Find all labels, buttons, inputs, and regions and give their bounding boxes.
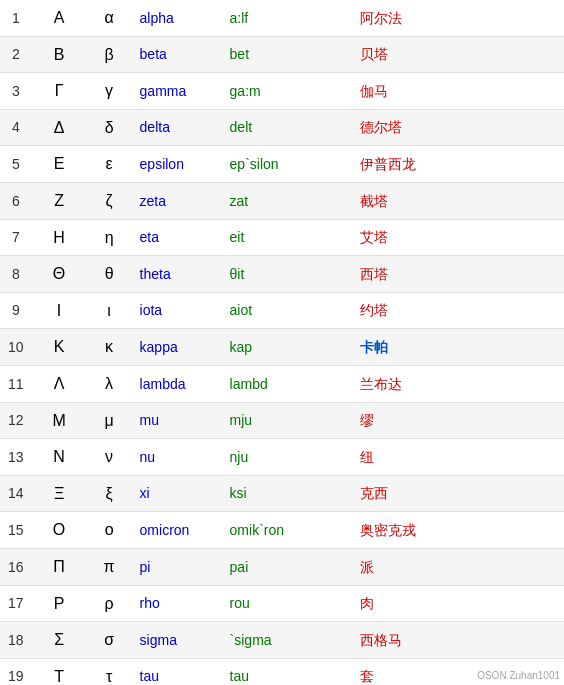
greek-name: sigma bbox=[132, 622, 222, 659]
greek-name: iota bbox=[132, 292, 222, 329]
lower-case-letter: ι bbox=[87, 292, 132, 329]
greek-name: pi bbox=[132, 548, 222, 585]
greek-name: theta bbox=[132, 256, 222, 293]
phonetic: omik`ron bbox=[222, 512, 352, 549]
lower-case-letter: τ bbox=[87, 658, 132, 685]
chinese-name: 兰布达 bbox=[352, 365, 564, 402]
lower-case-letter: α bbox=[87, 0, 132, 36]
lower-case-letter: γ bbox=[87, 73, 132, 110]
table-row: 15Οοomicronomik`ron奥密克戎 bbox=[0, 512, 564, 549]
phonetic: tau bbox=[222, 658, 352, 685]
phonetic: zat bbox=[222, 182, 352, 219]
upper-case-letter: Σ bbox=[32, 622, 87, 659]
row-number: 14 bbox=[0, 475, 32, 512]
lower-case-letter: ζ bbox=[87, 182, 132, 219]
upper-case-letter: Θ bbox=[32, 256, 87, 293]
phonetic: ga:m bbox=[222, 73, 352, 110]
row-number: 11 bbox=[0, 365, 32, 402]
row-number: 17 bbox=[0, 585, 32, 622]
chinese-name: 贝塔 bbox=[352, 36, 564, 73]
table-row: 9Ιιiotaaiot约塔 bbox=[0, 292, 564, 329]
upper-case-letter: Η bbox=[32, 219, 87, 256]
phonetic: ksi bbox=[222, 475, 352, 512]
greek-name: zeta bbox=[132, 182, 222, 219]
phonetic: ep`silon bbox=[222, 146, 352, 183]
chinese-name: 伽马 bbox=[352, 73, 564, 110]
phonetic: a:lf bbox=[222, 0, 352, 36]
table-row: 7Ηηetaeit艾塔 bbox=[0, 219, 564, 256]
table-row: 8Θθthetaθit西塔 bbox=[0, 256, 564, 293]
phonetic: θit bbox=[222, 256, 352, 293]
phonetic: aiot bbox=[222, 292, 352, 329]
upper-case-letter: Ι bbox=[32, 292, 87, 329]
chinese-name: 纽 bbox=[352, 439, 564, 476]
chinese-name: 德尔塔 bbox=[352, 109, 564, 146]
chinese-name: 截塔 bbox=[352, 182, 564, 219]
row-number: 1 bbox=[0, 0, 32, 36]
greek-name: omicron bbox=[132, 512, 222, 549]
row-number: 10 bbox=[0, 329, 32, 366]
greek-name: delta bbox=[132, 109, 222, 146]
greek-alphabet-table: 1Ααalphaa:lf阿尔法2Ββbetabet贝塔3Γγgammaga:m伽… bbox=[0, 0, 564, 685]
table-row: 1Ααalphaa:lf阿尔法 bbox=[0, 0, 564, 36]
upper-case-letter: Π bbox=[32, 548, 87, 585]
upper-case-letter: Ρ bbox=[32, 585, 87, 622]
lower-case-letter: ξ bbox=[87, 475, 132, 512]
upper-case-letter: Μ bbox=[32, 402, 87, 439]
chinese-name: 肉 bbox=[352, 585, 564, 622]
lower-case-letter: ε bbox=[87, 146, 132, 183]
greek-name: gamma bbox=[132, 73, 222, 110]
upper-case-letter: Ν bbox=[32, 439, 87, 476]
greek-name: lambda bbox=[132, 365, 222, 402]
phonetic: rou bbox=[222, 585, 352, 622]
row-number: 12 bbox=[0, 402, 32, 439]
chinese-name: 缪 bbox=[352, 402, 564, 439]
lower-case-letter: κ bbox=[87, 329, 132, 366]
phonetic: lambd bbox=[222, 365, 352, 402]
table-row: 11Λλlambdalambd兰布达 bbox=[0, 365, 564, 402]
lower-case-letter: π bbox=[87, 548, 132, 585]
table-row: 4Δδdeltadelt德尔塔 bbox=[0, 109, 564, 146]
row-number: 4 bbox=[0, 109, 32, 146]
greek-name: epsilon bbox=[132, 146, 222, 183]
row-number: 9 bbox=[0, 292, 32, 329]
row-number: 13 bbox=[0, 439, 32, 476]
lower-case-letter: σ bbox=[87, 622, 132, 659]
greek-name: alpha bbox=[132, 0, 222, 36]
table-row: 17Ρρrhorou肉 bbox=[0, 585, 564, 622]
row-number: 6 bbox=[0, 182, 32, 219]
greek-name: xi bbox=[132, 475, 222, 512]
row-number: 16 bbox=[0, 548, 32, 585]
lower-case-letter: ρ bbox=[87, 585, 132, 622]
upper-case-letter: Β bbox=[32, 36, 87, 73]
lower-case-letter: ο bbox=[87, 512, 132, 549]
row-number: 5 bbox=[0, 146, 32, 183]
upper-case-letter: Ξ bbox=[32, 475, 87, 512]
upper-case-letter: Κ bbox=[32, 329, 87, 366]
greek-name: tau bbox=[132, 658, 222, 685]
upper-case-letter: Δ bbox=[32, 109, 87, 146]
phonetic: kap bbox=[222, 329, 352, 366]
greek-name: mu bbox=[132, 402, 222, 439]
phonetic: pai bbox=[222, 548, 352, 585]
phonetic: eit bbox=[222, 219, 352, 256]
row-number: 8 bbox=[0, 256, 32, 293]
row-number: 19 bbox=[0, 658, 32, 685]
chinese-name: 西塔 bbox=[352, 256, 564, 293]
row-number: 18 bbox=[0, 622, 32, 659]
table-row: 12Μμmumju缪 bbox=[0, 402, 564, 439]
lower-case-letter: λ bbox=[87, 365, 132, 402]
table-row: 13Ννnunju纽 bbox=[0, 439, 564, 476]
phonetic: delt bbox=[222, 109, 352, 146]
row-number: 7 bbox=[0, 219, 32, 256]
upper-case-letter: Τ bbox=[32, 658, 87, 685]
phonetic: bet bbox=[222, 36, 352, 73]
table-row: 10Κκkappakap卡帕 bbox=[0, 329, 564, 366]
phonetic: mju bbox=[222, 402, 352, 439]
chinese-name: 阿尔法 bbox=[352, 0, 564, 36]
chinese-name: 约塔 bbox=[352, 292, 564, 329]
chinese-name: 奥密克戎 bbox=[352, 512, 564, 549]
row-number: 3 bbox=[0, 73, 32, 110]
table-row: 18Σσsigma`sigma西格马 bbox=[0, 622, 564, 659]
chinese-name: 卡帕 bbox=[352, 329, 564, 366]
